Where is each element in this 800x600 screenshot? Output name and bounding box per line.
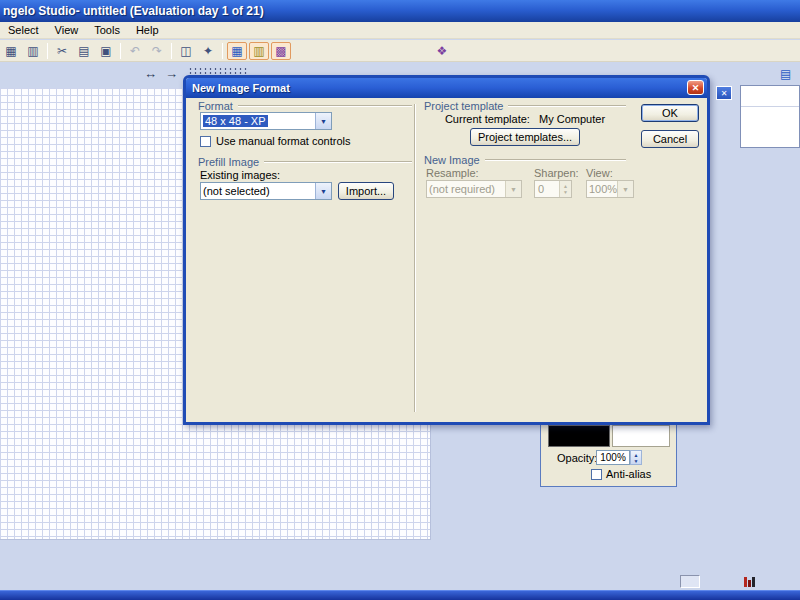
dialog-titlebar[interactable]: New Image Format xyxy=(186,78,707,98)
opacity-value-field[interactable]: 100% xyxy=(596,450,630,465)
cut-icon[interactable]: ✂ xyxy=(52,42,72,60)
ok-button[interactable]: OK xyxy=(641,104,699,122)
window-titlebar[interactable]: ngelo Studio- untitled (Evaluation day 1… xyxy=(0,0,800,22)
status-indicator-box xyxy=(680,575,700,588)
manual-format-checkbox[interactable] xyxy=(200,136,211,147)
format-group-label: Format xyxy=(198,100,233,112)
panels-icon[interactable]: ▥ xyxy=(23,42,43,60)
new-image-group-header: New Image xyxy=(424,154,626,166)
resample-label: Resample: xyxy=(426,167,479,179)
chevron-down-icon[interactable]: ▼ xyxy=(315,113,331,129)
resample-combobox[interactable]: (not required) ▼ xyxy=(426,180,522,198)
import-button[interactable]: Import... xyxy=(338,182,394,200)
move-arrow-icon[interactable]: → xyxy=(165,66,178,81)
main-toolbar: ▦ ▥ ✂ ▤ ▣ ↶ ↷ ◫ ✦ ▦ ▥ ▩ ❖ xyxy=(0,40,800,62)
sharpen-spinner[interactable]: 0 ▲ ▼ xyxy=(534,180,572,198)
resize-arrow-icon[interactable]: ↔ xyxy=(144,66,157,81)
resample-value: (not required) xyxy=(427,181,505,197)
view-value: 100% xyxy=(587,181,617,197)
opacity-spinner[interactable]: ▲ ▼ xyxy=(630,450,642,465)
antialias-checkbox[interactable] xyxy=(591,469,602,480)
sharpen-value: 0 xyxy=(535,181,559,197)
existing-images-value: (not selected) xyxy=(201,183,315,199)
toolbar-separator xyxy=(222,43,223,59)
dialog-body: Format 48 x 48 - XP ▼ Use manual format … xyxy=(186,98,707,422)
palette-close-icon[interactable]: ✕ xyxy=(716,86,732,100)
histogram-icon[interactable]: ▥ xyxy=(249,42,269,60)
new-image-group-label: New Image xyxy=(424,154,480,166)
color-preview-box[interactable] xyxy=(612,425,670,447)
project-templates-button[interactable]: Project templates... xyxy=(470,128,580,146)
view-label: View: xyxy=(586,167,613,179)
dialog-title: New Image Format xyxy=(192,82,290,94)
chevron-down-icon: ▼ xyxy=(617,181,633,197)
format-combobox-value: 48 x 48 - XP xyxy=(203,115,268,127)
manual-format-label: Use manual format controls xyxy=(216,135,351,147)
window-title: ngelo Studio- untitled (Evaluation day 1… xyxy=(3,4,264,18)
opacity-label: Opacity: xyxy=(557,452,597,464)
window-bottom-edge xyxy=(0,590,800,600)
format-combobox[interactable]: 48 x 48 - XP ▼ xyxy=(200,112,332,130)
toolbar-separator xyxy=(47,43,48,59)
color-picker-icon[interactable]: ❖ xyxy=(432,42,452,60)
spinner-down-icon[interactable]: ▼ xyxy=(634,458,639,464)
toolbar-separator xyxy=(171,43,172,59)
prefill-group-label: Prefill Image xyxy=(198,156,259,168)
prefill-group-header: Prefill Image xyxy=(198,156,412,168)
capture-icon[interactable]: ◫ xyxy=(176,42,196,60)
current-template-value: My Computer xyxy=(539,113,605,125)
manual-format-row: Use manual format controls xyxy=(200,135,351,147)
docked-panel xyxy=(740,85,800,148)
current-color-swatch[interactable] xyxy=(548,425,610,447)
paste-icon[interactable]: ▣ xyxy=(96,42,116,60)
resource-meter-icon xyxy=(744,576,756,587)
view-grid-icon[interactable]: ▦ xyxy=(227,42,247,60)
grid-icon[interactable]: ▦ xyxy=(1,42,21,60)
redo-icon[interactable]: ↷ xyxy=(147,42,167,60)
current-template-row: Current template: My Computer xyxy=(424,113,626,125)
project-template-group-header: Project template xyxy=(424,100,626,112)
current-template-label: Current template: xyxy=(445,113,530,125)
spinner-down-icon: ▼ xyxy=(563,189,568,195)
application-window: ngelo Studio- untitled (Evaluation day 1… xyxy=(0,0,800,600)
existing-images-label: Existing images: xyxy=(200,169,280,181)
column-divider xyxy=(414,104,416,412)
menu-view[interactable]: View xyxy=(47,22,87,39)
dialog-close-icon[interactable]: ✕ xyxy=(687,80,704,95)
antialias-label: Anti-alias xyxy=(606,468,651,480)
cancel-button[interactable]: Cancel xyxy=(641,130,699,148)
sharpen-label: Sharpen: xyxy=(534,167,579,179)
menu-tools[interactable]: Tools xyxy=(86,22,128,39)
undo-icon[interactable]: ↶ xyxy=(125,42,145,60)
layers-icon[interactable]: ▤ xyxy=(780,67,791,81)
toolbar-separator xyxy=(120,43,121,59)
view-combobox[interactable]: 100% ▼ xyxy=(586,180,634,198)
chevron-down-icon: ▼ xyxy=(505,181,521,197)
panel-divider xyxy=(741,106,799,107)
menu-bar: Select View Tools Help xyxy=(0,22,800,39)
format-group-header: Format xyxy=(198,100,412,112)
project-template-group-label: Project template xyxy=(424,100,503,112)
color-palette-panel: Opacity: 100% ▲ ▼ Anti-alias xyxy=(540,418,677,487)
new-image-format-dialog: New Image Format ✕ Format 48 x 48 - XP ▼… xyxy=(183,75,710,425)
menu-select[interactable]: Select xyxy=(0,22,47,39)
existing-images-combobox[interactable]: (not selected) ▼ xyxy=(200,182,332,200)
palette-grid-icon[interactable]: ▩ xyxy=(271,42,291,60)
menu-help[interactable]: Help xyxy=(128,22,167,39)
chevron-down-icon[interactable]: ▼ xyxy=(315,183,331,199)
wand-icon[interactable]: ✦ xyxy=(198,42,218,60)
copy-icon[interactable]: ▤ xyxy=(74,42,94,60)
